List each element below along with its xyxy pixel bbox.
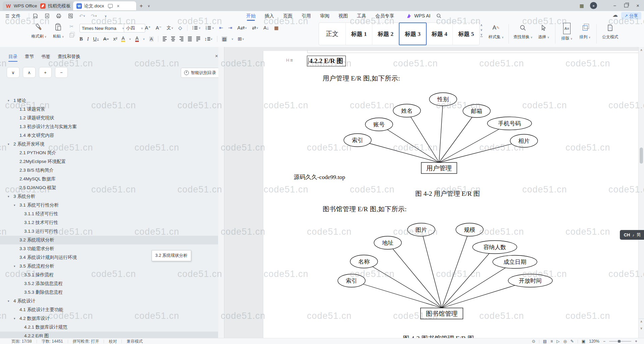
border-grid-icon[interactable]: ▦ xyxy=(274,25,279,31)
sidebar-tab-3[interactable]: 书签 xyxy=(41,54,50,62)
search-icon[interactable] xyxy=(436,13,441,18)
font-color-button[interactable]: A xyxy=(136,36,139,42)
borders-button[interactable]: ⊞∨ xyxy=(238,36,244,42)
sidebar-close-icon[interactable]: × xyxy=(215,53,218,59)
ime-language-badge[interactable]: CH ♪ 简 xyxy=(620,230,644,240)
undo-icon[interactable]: ↶∨ xyxy=(79,13,85,19)
scroll-up-icon[interactable]: ∧ xyxy=(639,48,644,52)
quickbar-more-chevron-icon[interactable]: ∨ xyxy=(103,13,109,19)
typeset-button[interactable]: A≡ 排版 ∨ xyxy=(559,23,575,45)
toc-item[interactable]: ▾3 系统分析 xyxy=(0,192,218,201)
text-direction-icon[interactable]: ⇄∨ xyxy=(252,25,258,31)
share-button[interactable]: ↗ 分享 xyxy=(621,12,641,19)
font-size-select[interactable]: 小四∨ xyxy=(124,24,145,33)
menu-item-5[interactable]: 审阅 xyxy=(320,11,329,21)
paste-button[interactable]: 粘贴 ∨ xyxy=(50,23,67,45)
toc-expand-arrow-icon[interactable]: ▾ xyxy=(14,201,15,210)
toc-item[interactable]: 2.5 DJANGO 框架 xyxy=(0,183,218,192)
style-gallery-down-icon[interactable]: ∨ xyxy=(480,28,483,32)
zoom-slider-thumb[interactable] xyxy=(618,340,621,343)
style-chip-1[interactable]: 正文 xyxy=(319,23,346,45)
sidebar-scrollbar[interactable] xyxy=(218,47,224,338)
eye-protect-icon[interactable]: ⊙ xyxy=(532,339,535,344)
toc-item[interactable]: 3.1.3 运行可行性 xyxy=(0,227,218,236)
toc-zoom-out-button[interactable]: − xyxy=(55,67,68,78)
zoom-out-icon[interactable]: − xyxy=(603,339,605,344)
toc-item[interactable]: 2.1 PYTHON 简介 xyxy=(0,149,218,157)
tab-document[interactable]: W 论文.docx × xyxy=(73,1,136,10)
menu-item-7[interactable]: 工具 xyxy=(357,11,366,21)
bold-button[interactable]: B xyxy=(79,36,83,42)
style-gallery-up-icon[interactable]: ∧ xyxy=(480,23,483,27)
read-view-icon[interactable]: ▷ xyxy=(556,339,559,344)
toc-zoom-in-button[interactable]: + xyxy=(39,67,52,78)
increase-font-icon[interactable]: A⁺ xyxy=(145,25,151,31)
sort-icon[interactable]: A↓ xyxy=(263,25,269,31)
toc-item[interactable]: 3.5.2 添加信息流程 xyxy=(0,279,218,288)
page-view-icon[interactable]: ▤ xyxy=(543,339,547,344)
line-spacing-icon[interactable]: ↕∨ xyxy=(205,36,213,42)
figure-caption[interactable]: 图 4-2 用户管理 E/R 图 xyxy=(415,189,480,198)
status-item[interactable]: 字数: 14451 xyxy=(42,339,63,344)
zoom-in-icon[interactable]: + xyxy=(635,339,637,344)
tab-docer-templates[interactable]: 找稻壳模板 xyxy=(37,1,74,10)
minimize-button[interactable]: − xyxy=(613,3,616,8)
shading-button[interactable]: ▨ xyxy=(222,37,227,42)
save-icon[interactable] xyxy=(32,13,38,19)
sidebar-tab-4[interactable]: 查找和替换 xyxy=(58,54,80,62)
previous-page-icon[interactable]: ∧ xyxy=(639,319,644,323)
toc-item[interactable]: 3.5.1 操作流程 xyxy=(0,271,218,279)
char-scale-icon[interactable]: A⇄∨ xyxy=(237,25,247,31)
toc-item[interactable]: 4.2.1 数据库设计规范 xyxy=(0,323,218,332)
justify-icon[interactable] xyxy=(188,37,192,41)
char-shading-button[interactable]: A xyxy=(149,37,154,42)
cut-icon[interactable]: ✂ xyxy=(69,23,74,30)
align-center-icon[interactable] xyxy=(171,37,175,41)
toc-item[interactable]: 2.3 B/S 结构简介 xyxy=(0,166,218,175)
write-mode-icon[interactable]: ✎ xyxy=(571,339,574,344)
strikethrough-button[interactable]: A∨ xyxy=(103,36,109,42)
toc-expand-arrow-icon[interactable]: ▾ xyxy=(8,140,9,149)
print-preview-icon[interactable] xyxy=(67,13,73,19)
zoom-level[interactable]: 120% xyxy=(589,339,599,344)
toc-item[interactable]: ▾4.2 数据库设计 xyxy=(0,314,218,323)
export-pdf-icon[interactable] xyxy=(44,13,50,19)
font-name-select[interactable]: Times New Roma∨ xyxy=(79,24,126,33)
toc-item[interactable]: 1.2 课题研究现状 xyxy=(0,114,218,122)
style-gallery-more-icon[interactable]: ∨ xyxy=(480,33,483,37)
toc-item[interactable]: 2.4MySQL 数据库 xyxy=(0,175,218,183)
paragraph[interactable]: 图书馆管理 E/R 图,如下所示: xyxy=(323,205,407,214)
print-icon[interactable] xyxy=(56,13,62,19)
new-tab-button[interactable]: + xyxy=(140,1,143,10)
outline-view-icon[interactable]: ≡ xyxy=(550,339,553,344)
status-item[interactable]: 校对 xyxy=(109,339,117,344)
status-item[interactable]: 兼容模式 xyxy=(126,339,143,344)
style-chip-2[interactable]: 标题 1 xyxy=(346,23,373,45)
status-item[interactable]: 页面: 17/38 xyxy=(11,339,32,344)
close-button[interactable]: × xyxy=(636,3,639,8)
redo-icon[interactable]: ↷∨ xyxy=(91,13,97,19)
tab-wps-office[interactable]: W WPS Office xyxy=(3,1,41,10)
close-tab-icon[interactable]: × xyxy=(117,3,119,9)
restore-button[interactable] xyxy=(624,4,628,7)
fit-page-icon[interactable]: ▣ xyxy=(582,339,585,344)
cloud-sync-icon[interactable]: ☁ xyxy=(612,12,618,18)
toc-item[interactable]: ▾1 绪论 xyxy=(0,96,218,105)
numbered-list-icon[interactable]: 123 ∨ xyxy=(206,26,214,30)
underline-button[interactable]: U∨ xyxy=(93,36,99,42)
avatar[interactable]: ● xyxy=(590,2,597,9)
menu-wps-ai[interactable]: WPS AI xyxy=(414,11,430,21)
find-replace-button[interactable]: 查找替换 ∨ xyxy=(512,23,534,45)
toc-expand-all-button[interactable]: ∨ xyxy=(7,67,19,78)
toc-expand-arrow-icon[interactable]: ▾ xyxy=(14,314,15,323)
menu-item-4[interactable]: 引用 xyxy=(302,11,311,21)
inline-note[interactable]: 源码久久-code99.top xyxy=(294,173,345,181)
toc-item[interactable]: ▾2 系统开发环境 xyxy=(0,140,218,149)
toc-expand-arrow-icon[interactable]: ▾ xyxy=(8,297,9,305)
toc-item[interactable]: 1.1 课题背景 xyxy=(0,105,218,114)
scrollbar-thumb[interactable] xyxy=(640,148,643,164)
toc-item[interactable]: 1.4 本文研究内容 xyxy=(0,131,218,140)
vertical-scrollbar[interactable]: ∧ ∧ ∨ xyxy=(638,47,644,338)
toc-item[interactable]: 4.1 系统设计主要功能 xyxy=(0,305,218,314)
bullet-list-icon[interactable]: ••• ∨ xyxy=(193,26,201,30)
